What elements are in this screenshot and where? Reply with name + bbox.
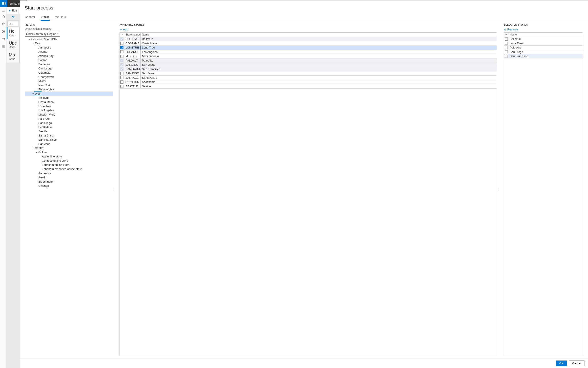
dialog-title: Start process (20, 1, 588, 7)
app-launcher-button[interactable] (0, 0, 7, 7)
waffle-icon (2, 2, 6, 5)
start-process-dialog: Start process General Stores Workers FIL… (20, 0, 588, 7)
